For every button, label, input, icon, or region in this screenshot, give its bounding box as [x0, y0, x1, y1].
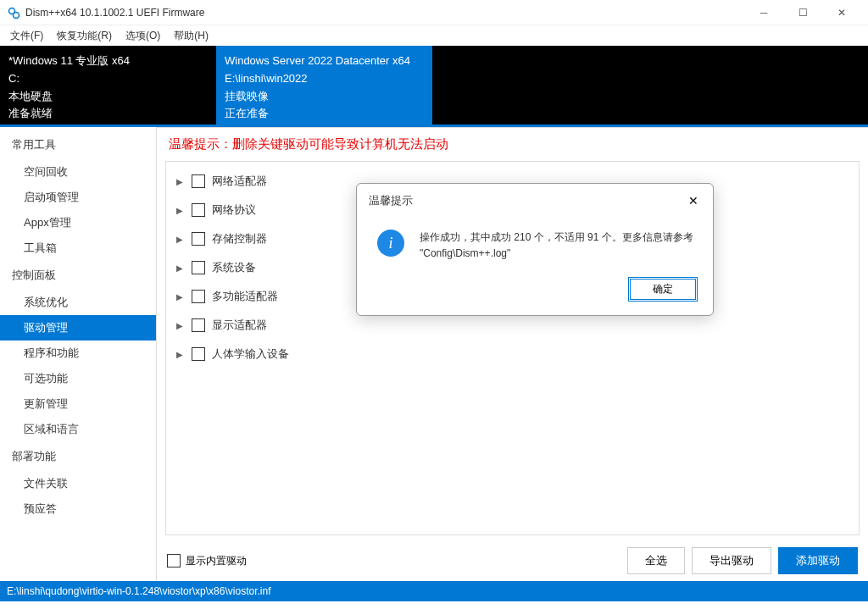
dialog-message: 操作成功，其中成功 210 个，不适用 91 个。更多信息请参考 "Config…: [420, 230, 696, 262]
os-card-status: 准备就绪: [8, 105, 208, 123]
info-icon: i: [377, 230, 404, 257]
tree-label: 网络协议: [212, 202, 256, 218]
checkbox[interactable]: [192, 203, 205, 217]
show-builtin-checkbox-wrap[interactable]: 显示内置驱动: [167, 554, 620, 568]
dialog-body: i 操作成功，其中成功 210 个，不适用 91 个。更多信息请参考 "Conf…: [357, 218, 713, 270]
dialog-close-button[interactable]: ✕: [681, 191, 706, 211]
chevron-right-icon[interactable]: ▶: [176, 292, 185, 302]
chevron-right-icon[interactable]: ▶: [176, 235, 185, 244]
menu-options[interactable]: 选项(O): [119, 27, 167, 45]
sidebar-item-pre-answer[interactable]: 预应答: [0, 496, 156, 522]
dialog-header: 温馨提示 ✕: [357, 184, 713, 218]
os-selector: *Windows 11 专业版 x64 C: 本地硬盘 准备就绪 Windows…: [0, 46, 868, 127]
svg-point-1: [14, 12, 19, 18]
os-card-status: 正在准备: [225, 105, 424, 123]
sidebar-item-startup[interactable]: 启动项管理: [0, 185, 156, 210]
sidebar-item-region[interactable]: 区域和语言: [0, 417, 156, 442]
sidebar-item-driver-mgmt[interactable]: 驱动管理: [0, 315, 156, 340]
checkbox[interactable]: [167, 554, 181, 567]
os-card-type: 本地硬盘: [8, 88, 208, 106]
sidebar-item-appx[interactable]: Appx管理: [0, 210, 156, 235]
tree-item-hid[interactable]: ▶ 人体学输入设备: [166, 340, 859, 368]
tree-label: 显示适配器: [212, 318, 267, 333]
menu-recovery[interactable]: 恢复功能(R): [50, 27, 119, 45]
titlebar-text: Dism++x64 10.1.1002.1 UEFI Firmware: [25, 7, 744, 19]
sidebar-item-file-assoc[interactable]: 文件关联: [0, 471, 156, 496]
window-controls: ─ ☐ ✕: [744, 0, 861, 25]
app-icon: [7, 6, 20, 19]
menu-help[interactable]: 帮助(H): [167, 27, 215, 45]
checkbox[interactable]: [192, 174, 205, 188]
tree-label: 多功能适配器: [212, 289, 278, 304]
checkbox[interactable]: [192, 290, 205, 303]
sidebar-header-control-panel: 控制面板: [0, 261, 156, 290]
dialog-footer: 确定: [357, 270, 713, 315]
menubar: 文件(F) 恢复功能(R) 选项(O) 帮助(H): [0, 25, 868, 46]
bottom-bar: 显示内置驱动 全选 导出驱动 添加驱动: [157, 540, 868, 581]
sidebar-item-optional[interactable]: 可选功能: [0, 366, 156, 391]
tree-label: 系统设备: [212, 260, 256, 275]
sidebar-header-common-tools: 常用工具: [0, 130, 156, 159]
os-card-path: E:\linshi\win2022: [225, 70, 424, 88]
show-builtin-label: 显示内置驱动: [186, 554, 247, 568]
tree-label: 网络适配器: [212, 174, 267, 189]
chevron-right-icon[interactable]: ▶: [176, 321, 185, 330]
sidebar-item-updates[interactable]: 更新管理: [0, 391, 156, 417]
menu-file[interactable]: 文件(F): [3, 27, 50, 45]
statusbar-text: E:\linshi\qudong\virtio-win-0.1.248\vios…: [7, 585, 271, 597]
tree-label: 存储控制器: [212, 231, 267, 246]
select-all-button[interactable]: 全选: [627, 547, 685, 574]
sidebar: 常用工具 空间回收 启动项管理 Appx管理 工具箱 控制面板 系统优化 驱动管…: [0, 127, 157, 581]
checkbox[interactable]: [192, 261, 205, 274]
sidebar-header-deploy: 部署功能: [0, 442, 156, 471]
export-driver-button[interactable]: 导出驱动: [692, 547, 771, 574]
checkbox[interactable]: [192, 232, 205, 246]
os-card-type: 挂载映像: [225, 88, 424, 106]
statusbar: E:\linshi\qudong\virtio-win-0.1.248\vios…: [0, 581, 868, 601]
dialog: 温馨提示 ✕ i 操作成功，其中成功 210 个，不适用 91 个。更多信息请参…: [356, 183, 714, 316]
chevron-right-icon[interactable]: ▶: [176, 206, 185, 215]
chevron-right-icon[interactable]: ▶: [176, 350, 185, 359]
tree-label: 人体学输入设备: [212, 346, 289, 362]
warning-text: 温馨提示：删除关键驱动可能导致计算机无法启动: [157, 128, 868, 161]
maximize-button[interactable]: ☐: [783, 0, 822, 25]
os-card-server2022[interactable]: Windows Server 2022 Datacenter x64 E:\li…: [216, 46, 432, 125]
titlebar: Dism++x64 10.1.1002.1 UEFI Firmware ─ ☐ …: [0, 0, 868, 25]
sidebar-item-space-cleanup[interactable]: 空间回收: [0, 159, 156, 185]
sidebar-item-toolbox[interactable]: 工具箱: [0, 235, 156, 261]
dialog-ok-button[interactable]: 确定: [628, 277, 698, 302]
add-driver-button[interactable]: 添加驱动: [778, 547, 858, 574]
sidebar-item-programs[interactable]: 程序和功能: [0, 340, 156, 366]
chevron-right-icon[interactable]: ▶: [176, 263, 185, 273]
os-card-windows11[interactable]: *Windows 11 专业版 x64 C: 本地硬盘 准备就绪: [0, 46, 216, 125]
dialog-title: 温馨提示: [369, 193, 681, 208]
os-card-name: *Windows 11 专业版 x64: [8, 53, 208, 70]
os-card-name: Windows Server 2022 Datacenter x64: [225, 53, 424, 70]
checkbox[interactable]: [192, 318, 205, 332]
chevron-right-icon[interactable]: ▶: [176, 177, 185, 186]
checkbox[interactable]: [192, 347, 205, 361]
sidebar-item-system-opt[interactable]: 系统优化: [0, 290, 156, 315]
os-card-path: C:: [8, 70, 208, 88]
minimize-button[interactable]: ─: [744, 0, 783, 25]
close-button[interactable]: ✕: [822, 0, 861, 25]
